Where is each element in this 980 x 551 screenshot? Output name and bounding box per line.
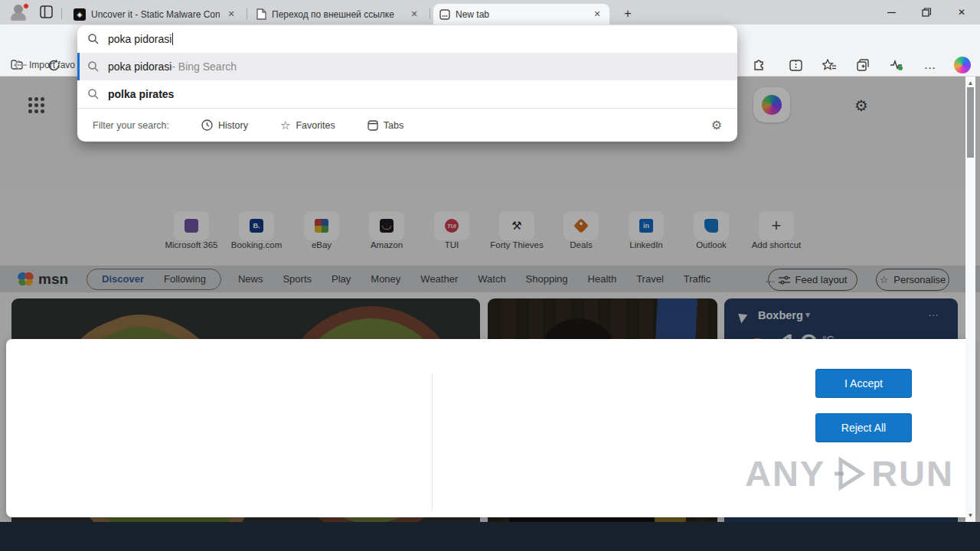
- personalise-star-icon: ☆: [880, 274, 889, 285]
- settings-menu-icon[interactable]: …: [921, 56, 939, 74]
- shortcut-microsoft365[interactable]: [174, 211, 209, 240]
- filter-tabs[interactable]: Tabs: [368, 120, 403, 131]
- accept-button[interactable]: I Accept: [815, 369, 912, 398]
- add-shortcut-button[interactable]: +: [759, 211, 794, 240]
- profile-avatar[interactable]: [9, 3, 29, 21]
- shortcut-booking[interactable]: B.: [239, 211, 274, 240]
- restore-button[interactable]: [909, 0, 944, 24]
- workspaces-icon[interactable]: [40, 5, 53, 18]
- search-icon: [88, 61, 99, 72]
- anyrun-watermark: ANY RUN: [745, 452, 954, 494]
- shortcut-label: Amazon: [350, 240, 423, 249]
- scroll-up-icon[interactable]: ▲: [965, 80, 975, 86]
- tab-title: New tab: [456, 9, 586, 20]
- shortcut-deals[interactable]: [564, 211, 599, 240]
- tab-external-link[interactable]: Переход по внешней ссылке ✕: [250, 4, 426, 24]
- star-icon: ☆: [280, 119, 290, 132]
- browser-titlebar: ◈ Uncover it - Static Malware Confi ✕ Пе…: [0, 0, 980, 24]
- weather-menu-button[interactable]: …: [928, 306, 939, 318]
- shortcut-label: Add shortcut: [740, 240, 813, 249]
- uncoverit-favicon: ◈: [74, 8, 86, 21]
- tab-close-icon[interactable]: ✕: [225, 9, 237, 19]
- copilot-button[interactable]: [753, 87, 790, 122]
- back-button[interactable]: [11, 56, 29, 74]
- shortcut-label: eBay: [285, 240, 358, 249]
- shortcut-ebay[interactable]: [304, 211, 339, 240]
- nav-money[interactable]: Money: [371, 273, 400, 285]
- nav-discover[interactable]: Discover: [102, 273, 144, 285]
- plus-icon: +: [772, 216, 782, 236]
- nav-play[interactable]: Play: [332, 273, 351, 285]
- nav-news[interactable]: News: [238, 273, 263, 285]
- banner-divider: [432, 373, 433, 511]
- tab-close-icon[interactable]: ✕: [591, 9, 603, 19]
- feed-layout-button[interactable]: Feed layout: [768, 269, 858, 291]
- shortcut-amazon[interactable]: [369, 211, 404, 240]
- newtab-favicon: [439, 9, 450, 20]
- personalise-button[interactable]: ☆ Personalise: [876, 269, 949, 291]
- extensions-icon[interactable]: [750, 56, 768, 74]
- app-launcher-icon[interactable]: [28, 97, 44, 113]
- nav-travel[interactable]: Travel: [636, 273, 664, 285]
- sliders-icon: [779, 276, 790, 285]
- nav-weather[interactable]: Weather: [420, 273, 458, 285]
- tab-close-icon[interactable]: ✕: [408, 9, 420, 19]
- scroll-down-icon[interactable]: ▼: [965, 512, 975, 519]
- address-input-text[interactable]: poka pidorasi: [108, 33, 172, 45]
- split-screen-icon[interactable]: [786, 56, 805, 74]
- windows-taskbar: Type here to search Я: [0, 522, 980, 551]
- forty-thieves-icon: ⚒: [511, 219, 521, 233]
- nav-watch[interactable]: Watch: [478, 273, 505, 285]
- tab-new-tab[interactable]: New tab ✕: [433, 4, 609, 24]
- suggestion-bing-search[interactable]: poka pidorasi - Bing Search: [77, 53, 737, 80]
- history-clock-icon: [201, 119, 213, 131]
- nav-following[interactable]: Following: [164, 273, 206, 285]
- collections-icon[interactable]: [854, 56, 872, 74]
- msn-logo[interactable]: msn: [15, 271, 68, 288]
- avatar-body: [11, 13, 26, 21]
- filter-history[interactable]: History: [201, 119, 248, 131]
- minimize-button[interactable]: [874, 0, 909, 24]
- weather-location[interactable]: Boxberg: [758, 309, 803, 321]
- shortcut-forty-thieves[interactable]: ⚒: [499, 211, 534, 240]
- linkedin-icon: in: [639, 219, 653, 233]
- nav-sports[interactable]: Sports: [283, 273, 312, 285]
- shortcut-label: TUI: [415, 240, 488, 249]
- browser-essentials-icon[interactable]: [887, 56, 906, 74]
- suggestion-polka-pirates[interactable]: polka pirates: [77, 80, 737, 108]
- text-caret: [172, 33, 173, 45]
- desktop: ⚙ Microsoft 365 B. Booking.com eBay Amaz…: [0, 0, 980, 551]
- nav-shopping[interactable]: Shopping: [526, 273, 568, 285]
- msn-wordmark: msn: [38, 271, 68, 288]
- filter-favorites[interactable]: ☆ Favorites: [280, 119, 335, 132]
- page-favicon: [256, 8, 266, 20]
- page-settings-gear-icon[interactable]: ⚙: [854, 96, 868, 115]
- location-arrow-icon: [738, 311, 749, 324]
- nav-traffic[interactable]: Traffic: [684, 273, 710, 285]
- copilot-icon: [762, 95, 782, 115]
- tab-title: Переход по внешней ссылке: [272, 9, 403, 20]
- chevron-down-icon[interactable]: ▼: [804, 311, 812, 319]
- reject-all-button[interactable]: Reject All: [815, 413, 912, 442]
- tab-uncover-it[interactable]: ◈ Uncover it - Static Malware Confi ✕: [67, 4, 243, 24]
- page-scrollbar[interactable]: ▲ ▼: [965, 77, 975, 522]
- scrollbar-thumb[interactable]: [967, 87, 974, 158]
- close-window-button[interactable]: ✕: [944, 0, 979, 24]
- address-bar[interactable]: poka pidorasi: [77, 25, 737, 53]
- favorites-icon[interactable]: [820, 56, 838, 74]
- shortcut-label: Booking.com: [220, 240, 293, 249]
- shortcut-linkedin[interactable]: in: [629, 211, 664, 240]
- tui-icon: TUI: [445, 219, 459, 233]
- shortcut-outlook[interactable]: [694, 211, 729, 240]
- refresh-button[interactable]: [44, 56, 63, 74]
- copilot-toolbar-icon[interactable]: [953, 56, 972, 74]
- dropdown-settings-gear-icon[interactable]: ⚙: [711, 118, 722, 132]
- notification-dot: [23, 3, 29, 9]
- shortcut-label: LinkedIn: [609, 240, 683, 249]
- feed-layout-label: Feed layout: [795, 274, 848, 285]
- nav-health[interactable]: Health: [588, 273, 617, 285]
- suggestion-text: poka pidorasi: [108, 60, 172, 73]
- tab-title: Uncover it - Static Malware Confi: [91, 9, 220, 20]
- shortcut-tui[interactable]: TUI: [434, 211, 469, 240]
- new-tab-button[interactable]: +: [619, 5, 637, 23]
